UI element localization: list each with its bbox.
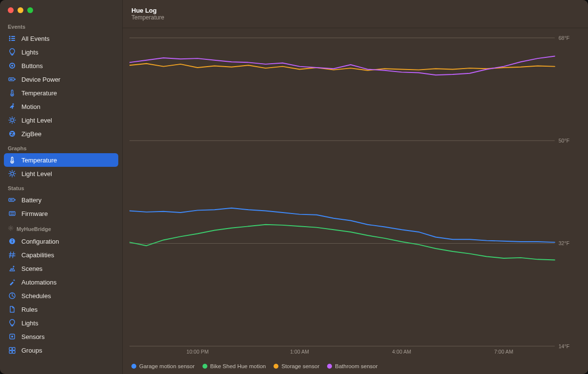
sidebar-item-label: Buttons	[21, 62, 43, 70]
sidebar-section-header: Events	[4, 19, 118, 32]
sidebar-scroll: EventsAll EventsLightsButtonsDevice Powe…	[0, 19, 122, 370]
sidebar-item-label: Motion	[21, 103, 40, 110]
sidebar-item-label: Sensors	[21, 333, 45, 340]
svg-line-20	[14, 122, 15, 123]
svg-point-40	[10, 227, 11, 229]
sidebar-item-battery[interactable]: Battery	[4, 193, 118, 207]
sidebar-item-temperature[interactable]: Temperature	[4, 86, 118, 100]
legend-label: Bike Shed Hue motion	[210, 363, 266, 369]
chart-series-line	[129, 56, 555, 75]
sidebar-item-groups[interactable]: Groups	[4, 343, 118, 357]
svg-rect-37	[9, 212, 15, 215]
sidebar-item-device-power[interactable]: Device Power	[4, 72, 118, 86]
sidebar-item-label: Temperature	[21, 89, 57, 97]
sidebar-item-motion[interactable]: Motion	[4, 100, 118, 113]
sidebar-item-light-level[interactable]: Light Level	[4, 113, 118, 127]
legend-item: Storage sensor	[274, 363, 319, 369]
y-tick-label: 50°F	[558, 138, 570, 143]
sidebar: EventsAll EventsLightsButtonsDevice Powe…	[0, 0, 123, 374]
clock-icon	[8, 291, 17, 300]
legend-swatch	[202, 364, 207, 369]
sidebar-section-title: MyHueBridge	[17, 226, 51, 232]
sidebar-item-buttons[interactable]: Buttons	[4, 59, 118, 72]
svg-point-25	[11, 172, 14, 175]
sidebar-section-title: Status	[8, 185, 24, 191]
sidebar-item-label: Lights	[21, 320, 38, 327]
titlebar: Hue Log Temperature	[123, 0, 588, 28]
sidebar-item-label: Scenes	[21, 265, 42, 272]
sidebar-item-label: Configuration	[21, 238, 59, 245]
x-tick-label: 10:00 PM	[186, 349, 209, 355]
app-window: EventsAll EventsLightsButtonsDevice Powe…	[0, 0, 588, 374]
lightbulb-icon	[8, 48, 17, 56]
legend-item: Bike Shed Hue motion	[202, 363, 266, 369]
sidebar-item-all-events[interactable]: All Events	[4, 32, 118, 45]
sidebar-item-label: Groups	[21, 347, 42, 354]
sidebar-item-light-level[interactable]: Light Level	[4, 167, 118, 180]
sidebar-item-label: ZigBee	[21, 130, 41, 138]
sidebar-item-label: Light Level	[21, 117, 52, 124]
temperature-chart: 68°F50°F32°F14°F10:00 PM1:00 AM4:00 AM7:…	[129, 34, 581, 360]
svg-rect-52	[13, 351, 16, 354]
circle-icon	[8, 61, 17, 70]
sidebar-item-label: Rules	[21, 306, 37, 313]
app-title: Hue Log	[131, 7, 579, 14]
sidebar-item-lights[interactable]: Lights	[4, 45, 118, 59]
firmware-icon	[8, 209, 17, 218]
svg-line-32	[10, 176, 10, 176]
svg-point-8	[11, 65, 13, 67]
sidebar-item-sensors[interactable]: Sensors	[4, 330, 118, 343]
svg-rect-42	[12, 241, 13, 243]
sidebar-item-rules[interactable]: Rules	[4, 303, 118, 316]
legend-item: Bathroom sensor	[327, 363, 378, 369]
y-tick-label: 68°F	[558, 35, 570, 41]
sidebar-item-scenes[interactable]: Scenes	[4, 262, 118, 275]
info-icon	[8, 237, 17, 246]
svg-rect-3	[11, 38, 15, 39]
sidebar-item-label: Temperature	[21, 157, 57, 164]
sidebar-item-temperature[interactable]: Temperature	[4, 153, 118, 167]
svg-rect-5	[11, 40, 15, 41]
svg-rect-36	[10, 199, 13, 200]
minimize-window-button[interactable]	[18, 7, 23, 13]
svg-line-31	[14, 176, 15, 176]
svg-point-0	[9, 36, 11, 37]
chart-area: 68°F50°F32°F14°F10:00 PM1:00 AM4:00 AM7:…	[123, 28, 588, 360]
svg-rect-11	[10, 79, 13, 80]
sidebar-item-firmware[interactable]: Firmware	[4, 207, 118, 220]
zigbee-icon	[8, 129, 17, 138]
sidebar-item-label: Firmware	[21, 210, 48, 217]
close-window-button[interactable]	[8, 7, 14, 13]
sidebar-item-schedules[interactable]: Schedules	[4, 289, 118, 303]
svg-rect-51	[9, 351, 12, 354]
x-tick-label: 4:00 AM	[392, 349, 411, 355]
svg-line-19	[10, 118, 10, 118]
chart-series-line	[129, 225, 555, 260]
doc-icon	[8, 305, 17, 314]
svg-rect-49	[9, 348, 12, 351]
sidebar-section-title: Events	[8, 24, 25, 30]
sidebar-item-lights[interactable]: Lights	[4, 316, 118, 330]
group-icon	[8, 346, 17, 355]
sidebar-item-automations[interactable]: Automations	[4, 275, 118, 289]
fullscreen-window-button[interactable]	[27, 7, 33, 13]
svg-point-48	[11, 336, 13, 338]
sidebar-item-capabilities[interactable]: Capabilities	[4, 248, 118, 262]
sidebar-section-header: Status	[4, 180, 118, 193]
sidebar-section-header: MyHueBridge	[4, 220, 118, 234]
legend-label: Bathroom sensor	[335, 363, 378, 369]
legend-swatch	[327, 364, 332, 369]
legend-label: Storage sensor	[281, 363, 319, 369]
sidebar-section-title: Graphs	[8, 145, 27, 151]
sidebar-item-label: Light Level	[21, 170, 52, 178]
chart-series-line	[129, 208, 555, 242]
sidebar-item-configuration[interactable]: Configuration	[4, 234, 118, 248]
svg-rect-1	[11, 36, 15, 37]
main-pane: Hue Log Temperature 68°F50°F32°F14°F10:0…	[123, 0, 588, 374]
sidebar-item-label: Lights	[21, 49, 38, 56]
y-tick-label: 32°F	[558, 240, 570, 246]
sidebar-item-zigbee[interactable]: ZigBee	[4, 127, 118, 141]
window-traffic-lights	[0, 0, 122, 19]
legend-swatch	[274, 364, 278, 369]
hash-icon	[8, 250, 17, 259]
